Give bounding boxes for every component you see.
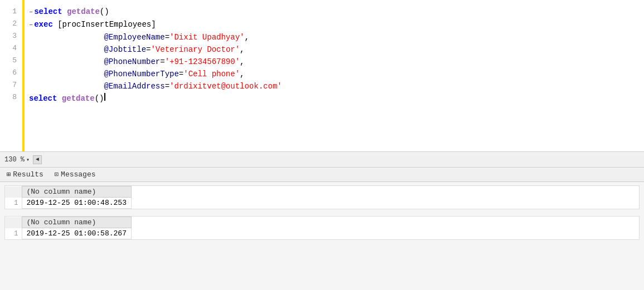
scroll-left-button[interactable]: ◄	[33, 155, 42, 164]
messages-tab-icon: ⊡	[55, 170, 59, 179]
code-line-6: @PhoneNumberType = 'Cell phone' ,	[29, 68, 638, 80]
code-line-7: @EmailAddress = 'drdixitvet@outlook.com'	[29, 80, 638, 92]
param-employeename: @EmployeeName	[104, 31, 164, 43]
table-row: 1 2019-12-25 01:00:58.267	[5, 228, 131, 239]
value-phonenumbertype: 'Cell phone'	[183, 68, 240, 80]
value-jobtitle: 'Veterinary Doctor'	[151, 43, 240, 56]
param-emailaddress: @EmailAddress	[104, 80, 164, 92]
code-line-1: – select getdate ()	[29, 6, 638, 18]
proc-name: [procInsertEmployees]	[57, 18, 156, 31]
code-content-area[interactable]: – select getdate () – exec [procInsertEm…	[25, 0, 644, 151]
zoom-control[interactable]: 130 % ▾	[4, 156, 30, 164]
results-tab-label: Results	[13, 170, 43, 179]
keyword-select-2: select	[29, 92, 57, 105]
func-getdate-1: getdate	[67, 6, 100, 18]
code-line-4: @Jobtitle = 'Veterinary Doctor' ,	[29, 43, 638, 56]
zoom-dropdown-arrow[interactable]: ▾	[26, 156, 30, 163]
keyword-select-1: select	[34, 6, 62, 18]
value-employeename: 'Dixit Upadhyay'	[170, 31, 244, 43]
results-area: ⊞ Results ⊡ Messages (No column name)	[0, 168, 644, 290]
code-line-8: select getdate ()	[29, 92, 638, 105]
table2-column-header: (No column name)	[22, 217, 131, 228]
yellow-indicator-bar	[22, 0, 25, 151]
func-getdate-2: getdate	[62, 92, 95, 105]
row-number-1-table2: 1	[5, 228, 22, 239]
messages-tab-label: Messages	[61, 170, 95, 179]
table-row: 1 2019-12-25 01:00:48.253	[5, 198, 131, 209]
param-jobtitle: @Jobtitle	[104, 43, 146, 56]
results-tabs-bar: ⊞ Results ⊡ Messages	[0, 168, 644, 182]
keyword-exec: exec	[34, 18, 53, 31]
table1-column-header: (No column name)	[22, 186, 131, 198]
result-value-1-table2: 2019-12-25 01:00:58.267	[22, 228, 131, 239]
param-phonenumber: @PhoneNumber	[104, 56, 160, 68]
result-tables-container: (No column name) 1 2019-12-25 01:00:48.2…	[0, 182, 644, 290]
tab-messages[interactable]: ⊡ Messages	[52, 169, 98, 180]
code-line-5: @PhoneNumber = '+91-1234567890' ,	[29, 56, 638, 68]
collapse-icon-1[interactable]: –	[29, 6, 33, 18]
collapse-icon-2[interactable]: –	[29, 19, 33, 31]
tab-results[interactable]: ⊞ Results	[4, 169, 46, 180]
row-number-1-table1: 1	[5, 198, 22, 209]
results-tab-icon: ⊞	[7, 170, 11, 179]
result-table-1: (No column name) 1 2019-12-25 01:00:48.2…	[4, 185, 640, 209]
value-phonenumber: '+91-1234567890'	[165, 56, 240, 68]
code-line-3: @EmployeeName = 'Dixit Upadhyay' ,	[29, 31, 638, 43]
code-line-2: – exec [procInsertEmployees]	[29, 18, 638, 31]
zoom-value: 130 %	[4, 156, 25, 164]
value-emailaddress: 'drdixitvet@outlook.com'	[170, 80, 282, 92]
line-numbers: 1 2 3 4 5 6 7 8	[0, 0, 20, 151]
text-cursor	[104, 93, 105, 101]
result-value-1-table1: 2019-12-25 01:00:48.253	[22, 198, 131, 209]
code-editor: 1 2 3 4 5 6 7 8 – select getdate () – ex…	[0, 0, 644, 152]
editor-toolbar: 130 % ▾ ◄	[0, 152, 644, 168]
param-phonenumbertype: @PhoneNumberType	[104, 68, 178, 80]
result-table-2: (No column name) 1 2019-12-25 01:00:58.2…	[4, 216, 640, 240]
